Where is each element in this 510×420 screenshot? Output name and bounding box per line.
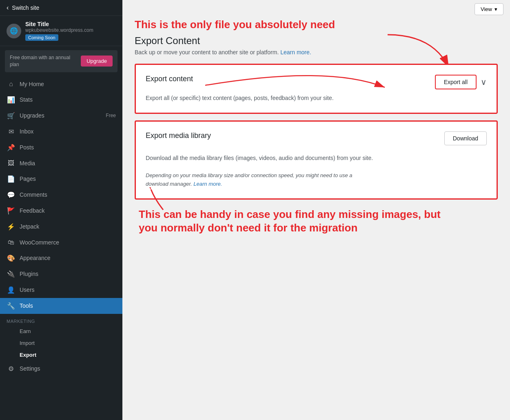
chevron-down-icon: ▾	[494, 6, 497, 12]
chevron-left-icon: ‹	[7, 4, 9, 11]
sidebar-item-label: Appearance	[20, 255, 116, 261]
sidebar-item-comments[interactable]: 💬 Comments	[0, 187, 122, 203]
switch-site-label: Switch site	[12, 4, 39, 11]
tools-icon: 🔧	[7, 302, 16, 310]
appearance-icon: 🎨	[7, 254, 16, 262]
sidebar-subitem-earn[interactable]: Earn	[0, 325, 122, 337]
sidebar-item-plugins[interactable]: 🔌 Plugins	[0, 266, 122, 282]
sidebar-item-label: Upgrades	[20, 112, 106, 119]
sidebar-item-woocommerce[interactable]: 🛍 WooCommerce	[0, 235, 122, 250]
expand-button[interactable]: ∨	[481, 77, 487, 87]
view-button[interactable]: View ▾	[475, 3, 503, 15]
sidebar-item-label: Users	[20, 287, 116, 293]
sidebar-item-pages[interactable]: 📄 Pages	[0, 171, 122, 187]
site-details: Site Title wpkubewebsite.wordpress.com C…	[25, 21, 116, 41]
sidebar-subitem-import[interactable]: Import	[0, 337, 122, 349]
sidebar-item-label: Plugins	[20, 271, 116, 277]
pages-icon: 📄	[7, 175, 16, 183]
sidebar-item-stats[interactable]: 📊 Stats	[0, 92, 122, 108]
sidebar-item-label: Jetpack	[20, 223, 116, 230]
sidebar-item-settings[interactable]: ⚙ Settings	[0, 361, 122, 377]
sidebar-item-upgrades[interactable]: 🛒 Upgrades Free	[0, 108, 122, 124]
export-content-description: Export all (or specific) text content (p…	[146, 93, 374, 102]
posts-icon: 📌	[7, 144, 16, 151]
export-all-button[interactable]: Export all	[435, 75, 477, 89]
nav-section: ⌂ My Home 📊 Stats 🛒 Upgrades Free ✉ Inbo…	[0, 76, 122, 420]
site-url: wpkubewebsite.wordpress.com	[25, 27, 116, 33]
export-media-actions: Download	[444, 131, 487, 145]
main-content: View ▾ This is the only file you absolut…	[122, 0, 510, 420]
view-label: View	[481, 6, 492, 12]
sidebar-item-label: Pages	[20, 176, 116, 182]
sidebar-item-label: My Home	[20, 81, 116, 87]
export-media-description: Download all the media library files (im…	[146, 153, 374, 162]
learn-more-link[interactable]: Learn more.	[280, 49, 311, 56]
export-content-header: Export content Export all ∨	[146, 75, 487, 89]
settings-icon: ⚙	[7, 365, 16, 373]
coming-soon-badge: Coming Soon	[25, 34, 58, 41]
sidebar-item-inbox[interactable]: ✉ Inbox	[0, 124, 122, 140]
sidebar-subitem-marketing-label: Marketing	[0, 314, 122, 325]
sidebar-item-my-home[interactable]: ⌂ My Home	[0, 76, 122, 92]
sidebar-item-label: Feedback	[20, 207, 116, 214]
sidebar-item-label: Media	[20, 160, 116, 167]
sidebar-item-appearance[interactable]: 🎨 Appearance	[0, 250, 122, 266]
sidebar-item-label: Posts	[20, 144, 116, 151]
stats-icon: 📊	[7, 96, 16, 104]
cart-icon: 🛒	[7, 112, 16, 120]
site-info: 🌐 Site Title wpkubewebsite.wordpress.com…	[0, 16, 122, 46]
annotation-bottom: This can be handy in case you find any m…	[135, 208, 453, 236]
learn-more-link-2[interactable]: Learn more.	[193, 181, 222, 187]
annotation-wrapper-top: This is the only file you absolutely nee…	[135, 18, 498, 31]
sidebar-subitem-export[interactable]: Export	[0, 349, 122, 361]
sidebar-item-label: Settings	[20, 365, 116, 372]
download-button[interactable]: Download	[444, 131, 487, 145]
sidebar-item-jetpack[interactable]: ⚡ Jetpack	[0, 219, 122, 235]
export-media-title: Export media library	[146, 131, 211, 140]
export-media-header: Export media library Download	[146, 131, 487, 145]
sidebar-item-label: Inbox	[20, 128, 116, 135]
jetpack-icon: ⚡	[7, 223, 16, 231]
home-icon: ⌂	[7, 80, 16, 88]
export-media-note: Depending on your media library size and…	[146, 171, 374, 189]
upgrade-banner: Free domain with an annual plan Upgrade	[5, 50, 118, 72]
woocommerce-icon: 🛍	[7, 239, 16, 246]
sidebar-item-posts[interactable]: 📌 Posts	[0, 140, 122, 156]
sidebar-item-label: Comments	[20, 191, 116, 198]
inbox-icon: ✉	[7, 128, 16, 136]
site-title: Site Title	[25, 21, 116, 27]
sidebar-item-label: Stats	[20, 96, 116, 103]
switch-site-button[interactable]: ‹ Switch site	[0, 0, 122, 16]
feedback-icon: 🚩	[7, 207, 16, 215]
sidebar: ‹ Switch site 🌐 Site Title wpkubewebsite…	[0, 0, 122, 420]
export-content-actions: Export all ∨	[435, 75, 487, 89]
site-avatar: 🌐	[7, 24, 21, 38]
export-content-title: Export content	[146, 75, 193, 83]
sidebar-item-media[interactable]: 🖼 Media	[0, 156, 122, 171]
upgrade-text: Free domain with an annual plan	[10, 54, 78, 68]
sidebar-item-label: WooCommerce	[20, 239, 116, 246]
media-icon: 🖼	[7, 160, 16, 167]
annotation-top: This is the only file you absolutely nee…	[135, 18, 498, 31]
export-media-card: Export media library Download Download a…	[135, 120, 498, 200]
content-area: This is the only file you absolutely nee…	[122, 18, 510, 247]
export-content-card: Export content Export all ∨ Ex	[135, 64, 498, 113]
plugins-icon: 🔌	[7, 270, 16, 278]
sidebar-item-label: Tools	[20, 302, 116, 309]
page-subtitle-text: Back up or move your content to another …	[135, 49, 279, 56]
annotation-top-text: This is the only file you absolutely nee…	[135, 18, 335, 31]
users-icon: 👤	[7, 286, 16, 294]
upgrade-button[interactable]: Upgrade	[81, 56, 113, 67]
annotation-bottom-wrapper: This can be handy in case you find any m…	[135, 208, 498, 236]
comments-icon: 💬	[7, 191, 16, 199]
sidebar-item-feedback[interactable]: 🚩 Feedback	[0, 203, 122, 219]
export-media-note-text: Depending on your media library size and…	[146, 172, 353, 187]
upgrades-badge: Free	[106, 113, 116, 118]
sidebar-item-tools[interactable]: 🔧 Tools	[0, 298, 122, 314]
top-bar: View ▾	[122, 0, 510, 18]
globe-icon: 🌐	[10, 27, 18, 35]
sidebar-item-users[interactable]: 👤 Users	[0, 282, 122, 298]
